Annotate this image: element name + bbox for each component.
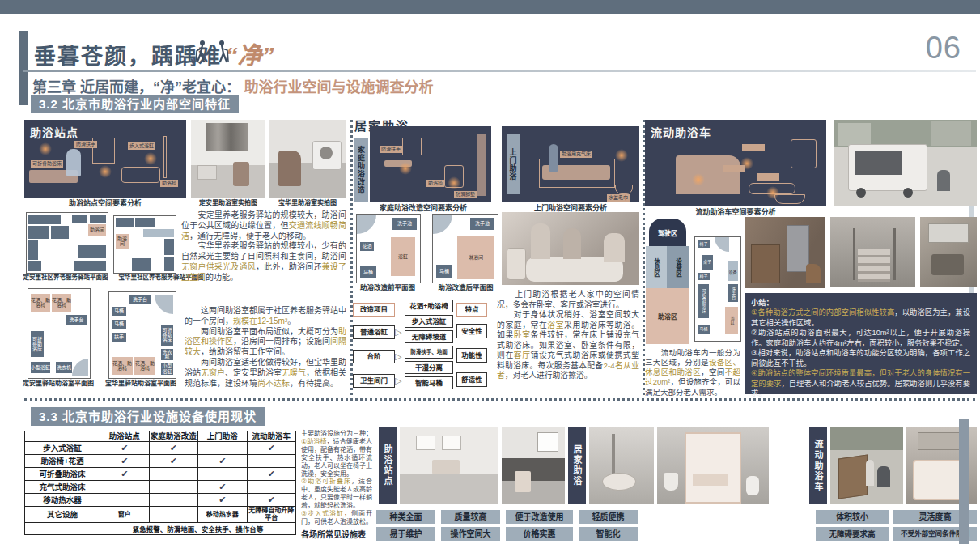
header-rule (23, 70, 976, 72)
plan-block (132, 258, 151, 271)
decor-cabinet (751, 244, 780, 283)
decor-mirror-shape (402, 138, 422, 155)
table-row-label: 步入式浴缸 (25, 442, 100, 455)
glow-dot (39, 142, 52, 155)
decor-window (416, 436, 435, 450)
checkmark-icon: ✔ (247, 442, 296, 455)
door-arc (72, 359, 88, 376)
decor-washer-door (320, 147, 333, 159)
plan-block: 小型浴缸 (31, 362, 50, 373)
plan-block: 花洒 (360, 242, 374, 251)
decor-tub-shape (774, 194, 805, 204)
tag: 操作空间大 (441, 527, 500, 541)
decor-wheel (903, 188, 913, 198)
station-annotation: 防滑扶手 (74, 141, 97, 148)
empty-cell (149, 494, 198, 507)
plan-block: 椅子 (698, 273, 710, 280)
annotation-chip (742, 144, 765, 151)
decor-bath-chair (278, 151, 301, 186)
photo-dinganli-bathroom (191, 120, 265, 198)
plan-block: 洗手台 (129, 295, 151, 304)
empty-cell (198, 468, 248, 481)
decor-truck-screen (855, 151, 902, 175)
plan-block: 洗手台 (728, 284, 738, 302)
checkmark-icon: ✔ (100, 468, 150, 481)
table-cell (149, 507, 198, 523)
plan-block (28, 240, 38, 260)
plan-block (72, 215, 87, 223)
summary-item: ③相对来说，助浴站点和助浴车的功能分区较为明确，各项工作之间彼此互不干扰。 (751, 348, 970, 368)
empty-cell (100, 494, 150, 507)
plan-baohuali-station: 助浴间 (113, 215, 176, 274)
poster-page: 垂暮苍颜，踽踽难 “净” 06 第三章 近居而建，“净”老宜心： 助浴行业空间与… (0, 0, 980, 544)
diagram-item: 台阶 (353, 350, 395, 363)
summary-title: 小结： (751, 299, 774, 307)
door-arc (715, 237, 729, 252)
mobile-panel-title: 流动助浴车 (651, 124, 711, 140)
zone-bathing: 助浴区 (646, 288, 689, 344)
empty-cell (25, 523, 100, 535)
photo-vehicle-interior-entry (830, 217, 915, 287)
mobile-illustration-panel: 流动助浴车 (645, 120, 826, 206)
table-footer-cell: 紧急报警、防滑地面、安全扶手、操作台等 (100, 523, 296, 535)
photo-home-equipment (589, 427, 654, 504)
decor-building (838, 123, 871, 146)
decor-rail (853, 228, 855, 280)
summary-item: ④助浴站点的整体空间环境质量最高，但对于老人的身体情况有一定的要求，自理老人和介… (751, 368, 970, 398)
decor-cab-shape (676, 155, 740, 194)
photo-home-visit-bathing (502, 212, 639, 285)
plan-block: 椅子 (698, 240, 710, 248)
empty-cell (247, 481, 296, 494)
plan-block: 淋浴间 (457, 236, 494, 279)
page-number: 06 (905, 31, 961, 66)
plan-block: 扶手 (112, 333, 126, 342)
photo-vehicle-interior-cab (920, 217, 977, 287)
left-accent-bar (19, 31, 28, 105)
home-renovation-illustration-panel: 防滑扶手 助浴椅 防滑脚垫 (370, 126, 491, 202)
plan-block: 浴缸 (391, 237, 415, 276)
tag: 种类全面 (376, 510, 435, 524)
arrow-icon: ▷ (395, 352, 401, 361)
station-paragraph-2: 这两间助浴室都属于社区养老服务驿站中的一个房间，规模在12-15m²。 两间助浴… (185, 306, 346, 390)
section-3-2-heading: 3.2 北京市助浴行业内部空间特征 (31, 95, 239, 113)
station-illustration-panel: 助浴站点 可折叠助浴床 防滑扶手 步入式浴缸 助浴椅 (24, 120, 186, 198)
decor-caregiver (531, 223, 550, 259)
photo-dinganli-caption: 定安里助浴室实拍图 (191, 200, 265, 207)
door-arc (357, 215, 376, 234)
elderly-person-cane-icon (214, 39, 231, 63)
decor-sink (664, 473, 678, 491)
decor-window-shape (791, 139, 817, 168)
decor-seat (693, 474, 728, 486)
decor-chair (515, 471, 531, 492)
vehicle-detail-plan: 椅子 桌子 椅子 可折叠助浴床 马桶 设备 洗手台 浴缸 (694, 236, 741, 342)
checkmark-icon: ✔ (100, 442, 150, 455)
glow-dot (144, 152, 157, 165)
decor-cabin (685, 432, 741, 504)
diagram-item: 步入式浴缸 (405, 315, 453, 328)
plan-block: 可折叠助浴床 (698, 284, 709, 318)
decor-drum (507, 248, 526, 280)
station-illustration-caption: 助浴站点空间要素分析 (24, 200, 186, 208)
table-col-header: 流动助浴车 (247, 431, 296, 442)
table-col-header: 家庭助浴改造 (149, 431, 198, 442)
zone-driving: 驾驶区 (649, 219, 686, 246)
plan-before-caption: 助浴改造前平面图 (348, 284, 427, 291)
summary-item: ①各种助浴方式之间的内部空间相似性较高，以助浴区为主，兼设其它相关操作区域。 (751, 308, 970, 328)
plan-block: 马桶 (112, 307, 126, 316)
tag: 价格实惠 (506, 527, 573, 541)
glow-dot (692, 173, 705, 186)
decor-door-shape (477, 134, 486, 196)
decor-shower-shape (163, 136, 167, 178)
diagram-item: 防滑扶手、地面 (405, 346, 453, 359)
plan-block: 洗衣机 (161, 349, 173, 360)
empty-cell (149, 468, 198, 481)
decor-tub-shape (121, 167, 160, 183)
plan-block: 可折叠助浴床 (161, 325, 173, 346)
plan-block (143, 229, 174, 237)
plan-block: 桌子 (702, 255, 713, 270)
table-row-label: 移动热水器 (25, 494, 100, 507)
photo-mobile-outdoor (830, 427, 903, 504)
plan-block (28, 226, 49, 239)
equipment-table: 助浴站点家庭助浴改造上门助浴流动助浴车步入式浴缸✔✔✔助浴椅+花洒✔✔✔可折叠助… (24, 431, 296, 535)
decor-rail (893, 228, 896, 280)
